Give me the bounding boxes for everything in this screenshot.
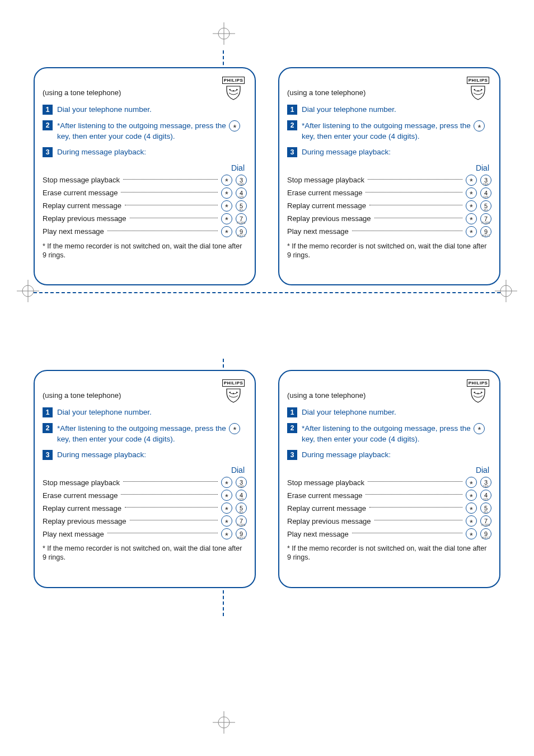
key-star-icon [221,213,232,224]
step-text: Dial your telephone number. [57,407,247,417]
key-star-icon [474,423,485,434]
dial-row-label: Stop message playback [43,176,120,184]
brand-badge: PHILIPS [465,378,491,405]
dial-row: Replay previous messagePQRS [287,213,491,224]
step-text: During message playback: [302,450,491,460]
step-1: 1 Dial your telephone number. [43,105,247,115]
key-star-icon [221,187,232,199]
step-text: *After listening to the outgoing message… [57,423,247,444]
key-star-icon [221,477,232,488]
brand-shield-icon [465,388,491,405]
card-subtitle: (using a tone telephone) [43,88,247,97]
step-number: 2 [43,423,53,433]
leader-dots [123,481,218,482]
step-text: *After listening to the outgoing message… [302,120,491,142]
step-number: 1 [287,105,297,115]
step-3: 3During message playback: [287,450,491,460]
key-star-icon [229,423,240,434]
key-star-icon [466,515,477,527]
dial-row-label: Replay current message [287,201,366,210]
svg-point-22 [477,393,479,394]
dial-row: Stop message playbackDEF [287,477,491,488]
instruction-card: PHILIPS (using a tone telephone) 1Dial y… [278,370,500,588]
dial-row: Play next messageWXYZ [43,226,247,237]
key-9-icon: WXYZ [480,226,491,237]
step-2: 2*After listening to the outgoing messag… [287,120,491,142]
key-star-icon [221,490,232,501]
card-subtitle: (using a tone telephone) [43,391,247,400]
dial-row-label: Replay current message [43,201,121,210]
step-1: 1Dial your telephone number. [287,407,491,417]
card-footnote: * If the memo recorder is not switched o… [287,544,491,562]
step-number: 3 [43,147,53,157]
key-5-icon: JKL [480,503,491,514]
dial-row: Play next messageWXYZ [287,226,491,237]
dial-row: Stop message playbackDEF [43,477,247,488]
svg-point-18 [229,392,231,393]
key-star-icon [221,515,232,527]
step-number: 1 [43,105,53,115]
leader-dots [369,205,462,205]
brand-label: PHILIPS [222,379,245,387]
step-text: During message playback: [302,147,491,157]
leader-dots [123,179,218,180]
step2-text-a: *After listening to the outgoing message… [57,121,228,130]
dial-row: Stop message playbackDEF [43,175,247,186]
leader-dots [368,179,462,180]
key-star-icon [466,477,477,488]
key-star-icon [466,226,477,237]
step-3: 3 During message playback: [43,147,247,157]
svg-point-15 [474,89,475,90]
svg-point-23 [481,392,482,393]
dial-row: Erase current messageGHI [43,187,247,199]
key-4-icon: GHI [236,187,247,199]
step-number: 2 [287,423,297,433]
dial-row: Stop message playbackDEF [287,175,491,186]
step-2: 2*After listening to the outgoing messag… [43,423,247,444]
step-3: 3During message playback: [287,147,491,157]
key-star-icon [221,528,232,539]
svg-point-17 [481,89,482,90]
brand-label: PHILIPS [467,77,490,84]
step-2: 2*After listening to the outgoing messag… [287,423,491,444]
dial-row-label: Stop message playback [287,478,364,487]
leader-dots [369,507,462,508]
dial-row: Replay current messageJKL [287,200,491,212]
step2-text-b: key, then enter your code (4 digits). [302,132,420,140]
dial-row-label: Erase current message [43,189,118,197]
card-subtitle: (using a tone telephone) [287,391,491,400]
key-star-icon [221,503,232,514]
leader-dots [352,533,462,533]
card-footnote: * If the memo recorder is not switched o… [43,242,247,260]
step-text: During message playback: [57,147,247,157]
step-text: Dial your telephone number. [57,105,247,115]
key-star-icon [221,226,232,237]
step-text: Dial your telephone number. [302,407,491,417]
leader-dots [121,494,218,495]
crop-mark-top [213,22,235,45]
dial-header: Dial [43,466,247,475]
key-star-icon [466,503,477,514]
step-number: 3 [43,450,53,460]
key-star-icon [466,490,477,501]
key-star-icon [474,120,485,132]
key-3-icon: DEF [480,175,491,186]
key-4-icon: GHI [480,490,491,501]
leader-dots [107,231,218,231]
dial-row: Replay current messageJKL [287,503,491,514]
brand-badge: PHILIPS [465,75,491,102]
leader-dots [374,218,462,218]
step2-text-a: *After listening to the outgoing message… [57,424,228,432]
key-9-icon: WXYZ [236,528,247,539]
step-number: 3 [287,450,297,460]
dial-row-label: Replay current message [287,504,366,513]
svg-point-16 [477,90,479,91]
brand-shield-icon [220,85,247,102]
leader-dots [366,192,462,192]
dial-header: Dial [287,466,491,475]
key-9-icon: WXYZ [480,528,491,539]
step-text: *After listening to the outgoing message… [302,423,491,444]
key-star-icon [229,120,240,132]
step-number: 3 [287,147,297,157]
key-star-icon [466,528,477,539]
